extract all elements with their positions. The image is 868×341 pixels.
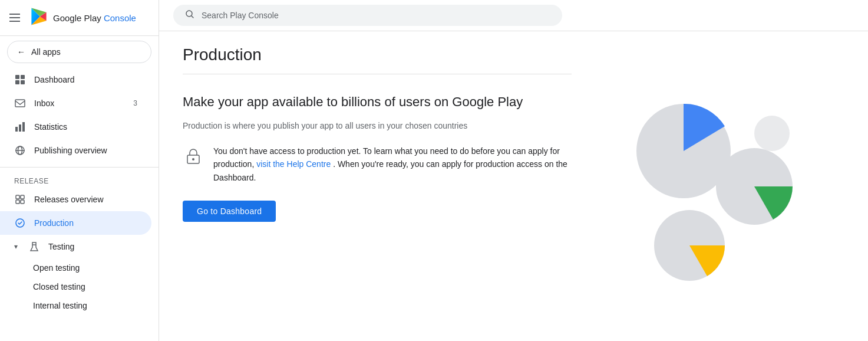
releases-overview-label: Releases overview xyxy=(34,195,104,204)
publishing-overview-label: Publishing overview xyxy=(34,146,107,155)
notice-text: You don't have access to production yet.… xyxy=(213,145,572,184)
release-section-label: Release xyxy=(0,172,159,188)
svg-rect-7 xyxy=(21,80,25,84)
svg-line-22 xyxy=(192,16,193,18)
svg-rect-9 xyxy=(15,127,18,132)
svg-rect-5 xyxy=(21,75,25,79)
svg-point-28 xyxy=(754,116,790,151)
logo-container: Google Play Console xyxy=(28,6,136,29)
sidebar-item-internal-testing[interactable]: Internal testing xyxy=(0,296,151,315)
sidebar-item-publishing-overview[interactable]: Publishing overview xyxy=(0,139,151,162)
all-apps-label: All apps xyxy=(31,47,61,57)
statistics-icon xyxy=(14,121,26,133)
testing-label: Testing xyxy=(48,242,74,251)
svg-rect-4 xyxy=(15,75,19,79)
statistics-label: Statistics xyxy=(34,122,67,132)
sidebar-item-closed-testing[interactable]: Closed testing xyxy=(0,277,151,296)
open-testing-label: Open testing xyxy=(33,263,80,273)
releases-icon xyxy=(14,194,26,205)
svg-rect-10 xyxy=(19,124,21,132)
app-logo-text: Google Play Console xyxy=(53,13,136,23)
sidebar-item-statistics[interactable]: Statistics xyxy=(0,115,151,139)
production-label: Production xyxy=(34,218,74,228)
sidebar-header: Google Play Console xyxy=(0,0,159,36)
chevron-down-icon: ▾ xyxy=(14,242,18,251)
notice-box: You don't have access to production yet.… xyxy=(183,145,572,184)
svg-rect-17 xyxy=(16,200,19,204)
help-centre-link[interactable]: visit the Help Centre xyxy=(256,159,331,169)
content-left: Production Make your app available to bi… xyxy=(183,45,572,327)
svg-rect-16 xyxy=(21,195,24,199)
main-content: Search Play Console Production Make your… xyxy=(159,0,868,341)
back-arrow-icon: ← xyxy=(17,47,25,57)
page-title: Production xyxy=(183,45,572,64)
search-bar[interactable]: Search Play Console xyxy=(173,5,562,26)
internal-testing-label: Internal testing xyxy=(33,301,87,310)
inbox-label: Inbox xyxy=(34,99,54,108)
illustration xyxy=(595,45,819,327)
page-content: Production Make your app available to bi… xyxy=(159,31,868,341)
svg-rect-15 xyxy=(16,195,19,199)
pie-charts-illustration xyxy=(613,86,801,287)
title-divider xyxy=(183,74,572,74)
production-icon xyxy=(14,217,26,229)
sidebar-divider xyxy=(0,167,159,168)
publishing-icon xyxy=(14,145,26,156)
inbox-icon xyxy=(14,97,26,109)
testing-icon xyxy=(28,241,40,253)
sidebar-item-inbox[interactable]: Inbox 3 xyxy=(0,91,151,115)
closed-testing-label: Closed testing xyxy=(33,282,85,291)
lock-icon xyxy=(183,146,204,167)
promo-title: Make your app available to billions of u… xyxy=(183,93,572,112)
promo-description: Production is where you publish your app… xyxy=(183,121,572,130)
sidebar-item-production[interactable]: Production xyxy=(0,211,151,235)
search-placeholder: Search Play Console xyxy=(202,11,279,20)
sidebar-item-dashboard[interactable]: Dashboard xyxy=(0,68,151,91)
svg-point-24 xyxy=(192,158,194,160)
svg-rect-8 xyxy=(15,100,25,107)
sidebar: Google Play Console ← All apps Dashboard xyxy=(0,0,159,341)
svg-rect-11 xyxy=(22,122,25,132)
dashboard-label: Dashboard xyxy=(34,75,75,84)
google-play-logo-icon xyxy=(28,6,49,29)
sidebar-item-testing[interactable]: ▾ Testing xyxy=(0,235,151,258)
hamburger-icon[interactable] xyxy=(7,11,22,24)
sidebar-item-open-testing[interactable]: Open testing xyxy=(0,258,151,277)
topbar: Search Play Console xyxy=(159,0,868,31)
go-to-dashboard-button[interactable]: Go to Dashboard xyxy=(183,201,276,222)
dashboard-icon xyxy=(14,74,26,86)
svg-rect-18 xyxy=(21,200,24,204)
search-icon xyxy=(185,9,194,21)
sidebar-item-releases-overview[interactable]: Releases overview xyxy=(0,188,151,211)
all-apps-button[interactable]: ← All apps xyxy=(7,41,151,63)
inbox-badge: 3 xyxy=(133,99,137,107)
svg-rect-6 xyxy=(15,80,19,84)
